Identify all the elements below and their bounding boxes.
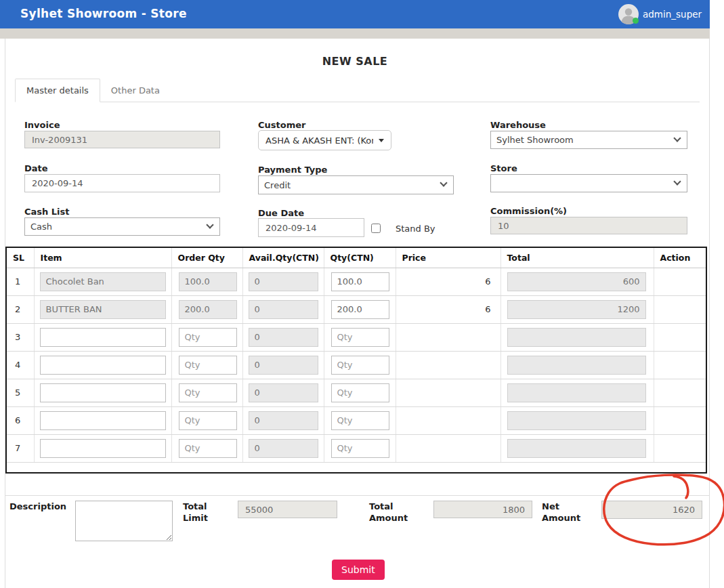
order-qty-input[interactable] bbox=[179, 411, 237, 430]
commission-input bbox=[490, 217, 687, 234]
store-select[interactable] bbox=[490, 174, 687, 192]
row-sl: 1 bbox=[6, 268, 34, 295]
date-label: Date bbox=[24, 163, 48, 173]
caret-down-icon bbox=[379, 139, 384, 142]
col-action: Action bbox=[654, 247, 706, 268]
order-qty-input bbox=[179, 272, 237, 291]
customer-selected-value: ASHA & AKASH ENT: (Kor bbox=[265, 135, 373, 146]
stand-by-checkbox[interactable] bbox=[371, 224, 381, 233]
qty-input[interactable] bbox=[331, 383, 389, 402]
col-avail-qty: Avail.Qty(CTN) bbox=[242, 247, 324, 268]
action-cell bbox=[654, 434, 706, 462]
payment-type-label: Payment Type bbox=[258, 165, 327, 175]
total-input bbox=[507, 383, 646, 402]
due-date-input[interactable] bbox=[258, 218, 364, 237]
online-status-dot bbox=[633, 18, 639, 24]
customer-dropdown[interactable]: ASHA & AKASH ENT: (Kor bbox=[258, 130, 391, 150]
total-input bbox=[507, 439, 646, 458]
col-total: Total bbox=[501, 247, 654, 268]
qty-input[interactable] bbox=[331, 300, 389, 319]
order-qty-input[interactable] bbox=[179, 356, 237, 375]
order-qty-input[interactable] bbox=[179, 328, 237, 347]
item-input[interactable] bbox=[40, 328, 166, 347]
tab-master-details[interactable]: Master details bbox=[15, 79, 100, 102]
page: Sylhet Showroom - Store admin_super NEW … bbox=[0, 0, 724, 588]
action-cell bbox=[654, 268, 706, 295]
row-sl: 6 bbox=[6, 406, 34, 434]
table-row: 5 bbox=[6, 379, 706, 406]
qty-input[interactable] bbox=[331, 411, 389, 430]
avail-qty-input bbox=[249, 411, 318, 430]
cash-list-label: Cash List bbox=[24, 207, 70, 217]
commission-label: Commission(%) bbox=[490, 206, 567, 216]
action-cell bbox=[654, 351, 706, 379]
row-sl: 5 bbox=[6, 379, 34, 406]
username-text: admin_super bbox=[643, 9, 702, 20]
col-price: Price bbox=[396, 247, 501, 268]
avail-qty-input bbox=[249, 356, 318, 375]
total-input bbox=[507, 328, 646, 347]
item-input bbox=[40, 300, 166, 319]
items-table: SL Item Order Qty Avail.Qty(CTN) Qty(CTN… bbox=[5, 247, 706, 474]
total-input bbox=[507, 411, 646, 430]
net-amount-label: Net Amount bbox=[542, 501, 587, 524]
app-title: Sylhet Showroom - Store bbox=[20, 7, 187, 20]
invoice-label: Invoice bbox=[24, 120, 60, 130]
col-sl: SL bbox=[6, 247, 34, 268]
price-text bbox=[396, 379, 501, 406]
qty-input[interactable] bbox=[331, 272, 389, 291]
action-cell bbox=[654, 406, 706, 434]
total-input bbox=[507, 300, 646, 319]
row-sl: 2 bbox=[6, 295, 34, 323]
col-item: Item bbox=[34, 247, 171, 268]
payment-type-select[interactable]: Credit bbox=[258, 175, 454, 194]
warehouse-select[interactable]: Sylhet Showroom bbox=[490, 131, 687, 149]
top-bar: Sylhet Showroom - Store admin_super bbox=[0, 0, 710, 28]
qty-input[interactable] bbox=[331, 328, 389, 347]
qty-input[interactable] bbox=[331, 439, 389, 458]
items-table-header: SL Item Order Qty Avail.Qty(CTN) Qty(CTN… bbox=[6, 247, 706, 268]
item-input[interactable] bbox=[40, 383, 166, 402]
col-qty: Qty(CTN) bbox=[324, 247, 396, 268]
item-input[interactable] bbox=[40, 411, 166, 430]
avail-qty-input bbox=[249, 439, 318, 458]
order-qty-input[interactable] bbox=[179, 383, 237, 402]
page-background-band bbox=[0, 28, 710, 39]
total-amount-input bbox=[433, 501, 532, 518]
item-input[interactable] bbox=[40, 439, 166, 458]
order-qty-input[interactable] bbox=[179, 439, 237, 458]
avatar[interactable] bbox=[618, 4, 639, 24]
items-table-body: 1 6 2 6 3 bbox=[6, 268, 706, 462]
table-row: 4 bbox=[6, 351, 706, 379]
total-limit-input bbox=[238, 501, 337, 518]
total-input bbox=[507, 272, 646, 291]
stand-by-label: Stand By bbox=[396, 224, 435, 234]
order-qty-input bbox=[179, 300, 237, 319]
item-input[interactable] bbox=[40, 356, 166, 375]
item-input bbox=[40, 272, 166, 291]
row-sl: 7 bbox=[6, 434, 34, 462]
total-amount-label: Total Amount bbox=[369, 501, 414, 524]
row-sl: 3 bbox=[6, 323, 34, 351]
invoice-input bbox=[24, 131, 220, 148]
price-text bbox=[396, 434, 501, 462]
tab-other-data[interactable]: Other Data bbox=[100, 79, 171, 102]
table-row: 3 bbox=[6, 323, 706, 351]
submit-button[interactable]: Submit bbox=[332, 560, 385, 580]
price-text bbox=[396, 323, 501, 351]
user-menu[interactable]: admin_super bbox=[618, 3, 702, 25]
page-title: NEW SALE bbox=[0, 55, 710, 68]
warehouse-label: Warehouse bbox=[490, 120, 546, 130]
price-text bbox=[396, 351, 501, 379]
customer-label: Customer bbox=[258, 120, 305, 130]
tab-bar: Master details Other Data bbox=[15, 79, 700, 102]
date-input[interactable] bbox=[24, 174, 220, 192]
description-textarea[interactable] bbox=[75, 501, 173, 541]
due-date-label: Due Date bbox=[258, 208, 304, 218]
description-label: Description bbox=[9, 501, 66, 512]
total-input bbox=[507, 356, 646, 375]
avail-qty-input bbox=[249, 272, 318, 291]
qty-input[interactable] bbox=[331, 356, 389, 375]
col-order-qty: Order Qty bbox=[171, 247, 242, 268]
cash-list-select[interactable]: Cash bbox=[24, 217, 220, 236]
